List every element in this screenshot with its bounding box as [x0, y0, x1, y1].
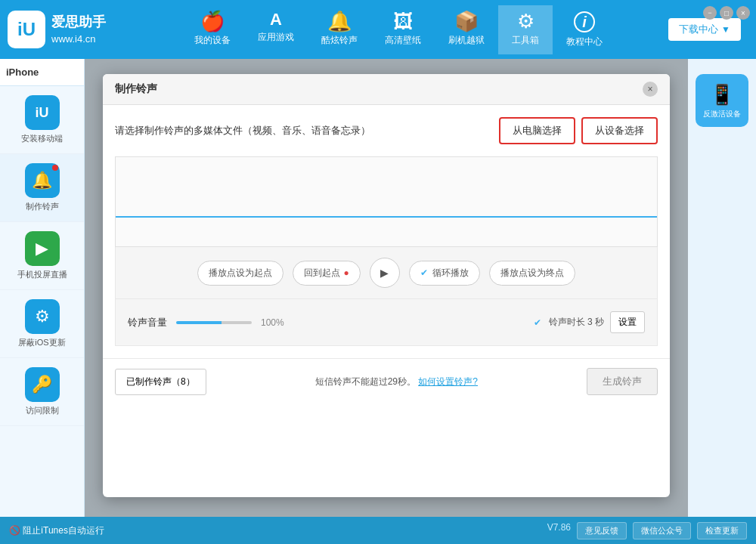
file-select-instruction: 请选择制作铃声的多媒体文件（视频、音乐、语音备忘录） — [115, 124, 370, 138]
deactivate-device-button[interactable]: 📱 反激活设备 — [696, 74, 748, 127]
top-right: 下载中心 ▼ — [668, 18, 741, 41]
info-text: 短信铃声不能超过29秒。 — [315, 376, 416, 387]
feedback-button[interactable]: 意见反馈 — [577, 522, 627, 539]
nav-tutorial[interactable]: i 教程中心 — [553, 5, 616, 54]
play-button[interactable]: ▶ — [370, 258, 400, 288]
sidebar-icon-screen-mirror: ▶ — [25, 231, 60, 266]
duration-check-icon: ✔ — [534, 317, 541, 328]
check-icon: ✔ — [420, 267, 428, 278]
nav-icon-jailbreak: 📦 — [454, 11, 479, 31]
sidebar-label-block-ios: 屏蔽iOS更新 — [18, 337, 65, 348]
file-select-row: 请选择制作铃声的多媒体文件（视频、音乐、语音备忘录） 从电脑选择 从设备选择 — [115, 117, 658, 144]
nav-label-app-game: 应用游戏 — [258, 31, 294, 44]
nav-icon-app-game: A — [270, 11, 282, 28]
select-from-pc-button[interactable]: 从电脑选择 — [499, 117, 575, 144]
nav-icon-ringtone: 🔔 — [327, 11, 352, 31]
nav-icon-wallpaper: 🖼 — [393, 11, 413, 31]
nav-toolbox[interactable]: ⚙ 工具箱 — [498, 5, 553, 54]
return-start-button[interactable]: 回到起点 ● — [293, 261, 360, 286]
maximize-button[interactable]: □ — [720, 6, 733, 20]
app-logo-icon: iU — [8, 11, 45, 48]
main-area: iPhone iU 安装移动端 🔔 制作铃声 ▶ 手机投屏直播 ⚙ 屏蔽iOS — [0, 59, 756, 517]
volume-value: 100% — [261, 317, 284, 328]
nav-label-tutorial: 教程中心 — [566, 36, 603, 48]
version-text: V7.86 — [547, 522, 571, 539]
check-update-button[interactable]: 检查更新 — [697, 522, 747, 539]
nav-label-jailbreak: 刷机越狱 — [448, 34, 485, 47]
modal-title: 制作铃声 — [115, 82, 157, 96]
nav-label-my-device: 我的设备 — [194, 34, 231, 47]
itunes-status-text: 🚫 阻止iTunes自动运行 — [9, 524, 104, 537]
modal-header: 制作铃声 × — [103, 74, 670, 105]
deactivate-label: 反激活设备 — [703, 110, 741, 119]
bottom-bar: 🚫 阻止iTunes自动运行 V7.86 意见反馈 微信公众号 检查更新 — [0, 517, 756, 544]
logo-text: 爱思助手 www.i4.cn — [51, 13, 106, 45]
waveform-bottom — [116, 218, 657, 246]
nav-ringtone[interactable]: 🔔 酷炫铃声 — [308, 5, 371, 54]
modal-overlay: 制作铃声 × 请选择制作铃声的多媒体文件（视频、音乐、语音备忘录） 从电脑选择 … — [85, 59, 688, 517]
loop-button[interactable]: ✔ 循环播放 — [409, 261, 480, 286]
content-area: 制作铃声 × 请选择制作铃声的多媒体文件（视频、音乐、语音备忘录） 从电脑选择 … — [85, 59, 688, 517]
generate-ringtone-button[interactable]: 生成铃声 — [587, 368, 658, 395]
nav-items: 🍎 我的设备 A 应用游戏 🔔 酷炫铃声 🖼 高清壁纸 📦 刷机越狱 ⚙ 工具箱… — [129, 5, 668, 54]
volume-label: 铃声音量 — [128, 316, 167, 329]
sidebar-label-make-ringtone: 制作铃声 — [26, 201, 59, 212]
volume-slider[interactable] — [176, 321, 252, 324]
brand-url: www.i4.cn — [51, 32, 106, 46]
deactivate-icon: 📱 — [710, 83, 734, 107]
brand-name: 爱思助手 — [51, 13, 106, 32]
sidebar-device-label: iPhone — [0, 59, 84, 86]
sidebar-item-make-ringtone[interactable]: 🔔 制作铃声 — [0, 154, 84, 222]
volume-right: ✔ 铃声时长 3 秒 设置 — [534, 311, 645, 333]
sidebar-label-install-app: 安装移动端 — [21, 133, 63, 144]
download-center-button[interactable]: 下载中心 ▼ — [668, 18, 741, 41]
play-icon: ▶ — [380, 267, 389, 279]
volume-area: 铃声音量 100% ✔ 铃声时长 3 秒 设置 — [115, 299, 658, 346]
waveform-area — [115, 156, 658, 247]
sidebar-item-access-limit[interactable]: 🔑 访问限制 — [0, 358, 84, 426]
nav-app-game[interactable]: A 应用游戏 — [244, 5, 308, 54]
sidebar-icon-block-ios: ⚙ — [25, 299, 60, 334]
make-ringtone-modal: 制作铃声 × 请选择制作铃声的多媒体文件（视频、音乐、语音备忘录） 从电脑选择 … — [103, 74, 670, 497]
download-arrow-icon: ▼ — [721, 24, 730, 35]
return-start-label: 回到起点 — [304, 267, 340, 280]
sidebar-label-access-limit: 访问限制 — [26, 405, 59, 416]
nav-wallpaper[interactable]: 🖼 高清壁纸 — [371, 5, 435, 54]
duration-label: 铃声时长 3 秒 — [549, 316, 604, 329]
logo-area: iU 爱思助手 www.i4.cn — [8, 11, 129, 48]
sidebar-label-screen-mirror: 手机投屏直播 — [17, 269, 67, 280]
duration-settings-button[interactable]: 设置 — [610, 311, 645, 333]
nav-my-device[interactable]: 🍎 我的设备 — [181, 5, 244, 54]
modal-body: 请选择制作铃声的多媒体文件（视频、音乐、语音备忘录） 从电脑选择 从设备选择 播 — [103, 105, 670, 358]
nav-icon-my-device: 🍎 — [200, 11, 225, 31]
file-select-buttons: 从电脑选择 从设备选择 — [499, 117, 658, 144]
minimize-button[interactable]: － — [703, 6, 717, 20]
sidebar-item-screen-mirror[interactable]: ▶ 手机投屏直播 — [0, 222, 84, 290]
modal-close-button[interactable]: × — [643, 82, 658, 97]
select-from-device-button[interactable]: 从设备选择 — [581, 117, 658, 144]
made-ringtone-button[interactable]: 已制作铃声（8） — [115, 369, 206, 395]
sidebar-item-block-ios[interactable]: ⚙ 屏蔽iOS更新 — [0, 290, 84, 358]
set-start-button[interactable]: 播放点设为起点 — [197, 261, 284, 286]
close-window-button[interactable]: × — [736, 6, 750, 20]
volume-left: 铃声音量 100% — [128, 316, 284, 329]
sidebar-icon-make-ringtone: 🔔 — [25, 163, 60, 198]
controls-row: 播放点设为起点 回到起点 ● ▶ ✔ 循环播放 播放点设为终点 — [115, 247, 658, 299]
return-dot-icon: ● — [343, 267, 349, 278]
nav-icon-tutorial: i — [574, 11, 595, 32]
wechat-button[interactable]: 微信公众号 — [633, 522, 691, 539]
nav-label-toolbox: 工具箱 — [512, 34, 539, 47]
sidebar-icon-access-limit: 🔑 — [25, 367, 60, 402]
nav-label-wallpaper: 高清壁纸 — [385, 34, 421, 47]
bottom-right: V7.86 意见反馈 微信公众号 检查更新 — [547, 522, 747, 539]
sidebar-item-install-app[interactable]: iU 安装移动端 — [0, 86, 84, 154]
nav-icon-toolbox: ⚙ — [517, 11, 534, 31]
modal-bottom: 已制作铃声（8） 短信铃声不能超过29秒。 如何设置铃声? 生成铃声 — [103, 358, 670, 404]
set-end-button[interactable]: 播放点设为终点 — [489, 261, 575, 286]
nav-jailbreak[interactable]: 📦 刷机越狱 — [435, 5, 498, 54]
top-bar: iU 爱思助手 www.i4.cn 🍎 我的设备 A 应用游戏 🔔 酷炫铃声 🖼… — [0, 0, 756, 59]
download-center-label: 下载中心 — [679, 23, 718, 36]
how-to-set-ringtone-link[interactable]: 如何设置铃声? — [418, 376, 478, 387]
bottom-info: 短信铃声不能超过29秒。 如何设置铃声? — [315, 376, 478, 388]
window-controls: － □ × — [703, 6, 750, 20]
